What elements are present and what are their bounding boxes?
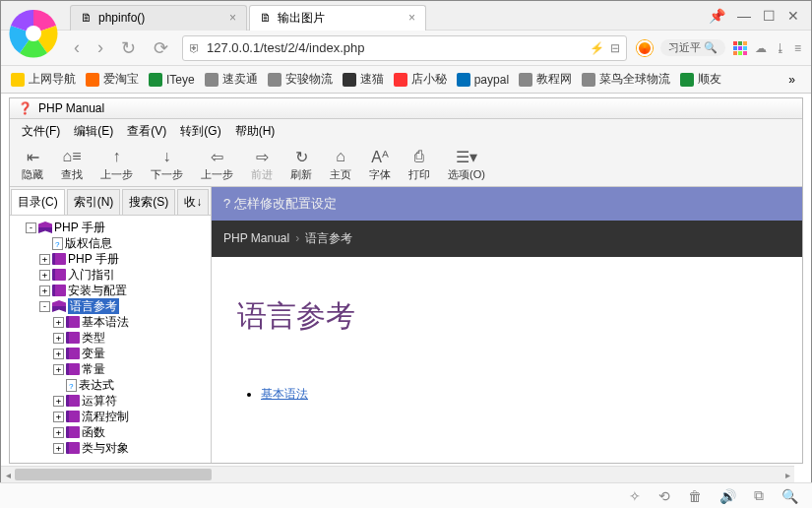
tree-item[interactable]: 表达式 — [79, 377, 114, 393]
toolbar-button[interactable]: ↓下一步 — [143, 146, 191, 184]
apps-grid-icon[interactable] — [733, 41, 747, 55]
pin-icon[interactable]: 📌 — [709, 8, 725, 24]
nav-tab[interactable]: 目录(C) — [11, 189, 65, 215]
expand-toggle[interactable]: + — [53, 349, 64, 359]
menu-item[interactable]: 文件(F) — [16, 121, 66, 142]
bookmark-favicon — [457, 73, 470, 87]
nav-tab[interactable]: 索引(N) — [67, 189, 121, 215]
bookmark-favicon — [268, 73, 281, 87]
tree-item[interactable]: 变量 — [82, 346, 105, 361]
toolbar-button[interactable]: ⇤隐藏 — [14, 146, 51, 184]
toolbar-button[interactable]: ⌂主页 — [322, 146, 359, 184]
forward-button[interactable]: › — [94, 37, 107, 58]
url-input[interactable]: ⛨ 127.0.0.1/test/2/4/index.php ⚡ ⊟ — [182, 35, 627, 61]
scroll-left-icon[interactable]: ◂ — [1, 467, 15, 482]
rocket-icon[interactable]: ✧ — [629, 488, 641, 504]
bookmark-item[interactable]: 速猫 — [343, 71, 384, 88]
toolbar-button[interactable]: ↑上一步 — [93, 146, 141, 184]
tree-root[interactable]: PHP 手册 — [54, 220, 105, 235]
menu-item[interactable]: 转到(G) — [174, 121, 226, 142]
page-icon: 🗎 — [81, 11, 93, 25]
close-window-icon[interactable]: ✕ — [787, 8, 799, 24]
tree-item[interactable]: 流程控制 — [82, 409, 129, 424]
zoom-icon[interactable]: 🔍 — [781, 488, 798, 504]
doc-link-basic-syntax[interactable]: 基本语法 — [261, 387, 308, 401]
tree-item[interactable]: 入门指引 — [68, 267, 115, 283]
trash-icon[interactable]: 🗑 — [688, 488, 702, 504]
bookmark-item[interactable]: 顺友 — [680, 71, 721, 88]
toolbar-icon: ⇦ — [211, 148, 223, 165]
bookmark-label: 菜鸟全球物流 — [599, 71, 670, 88]
back-button[interactable]: ‹ — [70, 37, 84, 58]
bookmark-item[interactable]: 安骏物流 — [268, 71, 333, 88]
nav-tab[interactable]: 收↓ — [177, 189, 209, 215]
tab-phpinfo[interactable]: 🗎 phpinfo() × — [70, 5, 247, 31]
search-suggest[interactable]: 习近平 🔍 — [660, 39, 725, 56]
tree-item[interactable]: PHP 手册 — [68, 251, 119, 267]
tree-item[interactable]: 类型 — [82, 330, 105, 346]
tree-item-selected[interactable]: 语言参考 — [68, 298, 119, 314]
reload-button[interactable]: ↻ — [117, 37, 140, 59]
expand-toggle[interactable]: + — [39, 254, 50, 265]
bookmark-item[interactable]: 速卖通 — [205, 71, 258, 88]
tree-item[interactable]: 运算符 — [82, 393, 117, 409]
expand-toggle[interactable]: + — [39, 270, 50, 281]
translate-icon[interactable]: ⊟ — [610, 41, 620, 55]
toolbar-label: 刷新 — [290, 167, 312, 182]
reader-icon[interactable]: ⧉ — [754, 487, 764, 504]
bookmark-item[interactable]: paypal — [457, 73, 509, 87]
close-icon[interactable]: × — [229, 11, 236, 25]
download-icon[interactable]: ⭳ — [775, 41, 786, 55]
close-icon[interactable]: × — [408, 11, 415, 25]
tree-item[interactable]: 函数 — [82, 424, 105, 440]
tree-item[interactable]: 安装与配置 — [68, 283, 127, 298]
compass-icon[interactable] — [637, 40, 653, 56]
expand-toggle[interactable]: + — [53, 396, 64, 407]
tree-item[interactable]: 基本语法 — [82, 314, 129, 330]
expand-toggle[interactable]: + — [53, 427, 64, 438]
expand-toggle[interactable]: + — [53, 317, 64, 328]
expand-toggle[interactable]: + — [53, 412, 64, 422]
toolbar-button[interactable]: ⎙打印 — [401, 146, 438, 184]
maximize-icon[interactable]: ☐ — [763, 8, 776, 24]
bookmark-item[interactable]: ITeye — [149, 73, 195, 87]
expand-toggle[interactable]: + — [53, 333, 64, 344]
home-button[interactable]: ⟳ — [150, 37, 172, 59]
toolbar-button[interactable]: ☰▾选项(O) — [440, 146, 493, 184]
bookmark-item[interactable]: 店小秘 — [394, 71, 447, 88]
toolbar-button[interactable]: Aᴬ字体 — [361, 146, 399, 184]
toolbar-button[interactable]: ↻刷新 — [282, 146, 320, 184]
tree-item[interactable]: 版权信息 — [65, 235, 112, 251]
menu-item[interactable]: 查看(V) — [121, 121, 172, 142]
expand-toggle[interactable]: + — [53, 364, 64, 375]
expand-toggle[interactable]: + — [39, 286, 50, 296]
bookmark-item[interactable]: 教程网 — [519, 71, 572, 88]
scroll-right-icon[interactable]: ▸ — [781, 467, 794, 482]
clean-icon[interactable]: ⟲ — [658, 488, 670, 504]
minimize-icon[interactable]: — — [737, 8, 751, 24]
chm-tree[interactable]: -PHP 手册 版权信息+PHP 手册+入门指引+安装与配置-语言参考+基本语法… — [10, 216, 211, 463]
expand-toggle[interactable]: + — [53, 443, 64, 454]
tree-item[interactable]: 类与对象 — [82, 440, 129, 456]
tab-output-image[interactable]: 🗎 输出图片 × — [249, 5, 426, 31]
help-icon: ❓ — [18, 101, 32, 115]
bookmark-item[interactable]: 爱淘宝 — [86, 71, 139, 88]
menu-item[interactable]: 帮助(H) — [229, 121, 281, 142]
cloud-icon[interactable]: ☁ — [755, 41, 767, 55]
toolbar-button[interactable]: ⇦上一步 — [193, 146, 241, 184]
bookmarks-overflow[interactable]: » — [782, 73, 801, 87]
expand-toggle[interactable]: - — [26, 222, 36, 233]
scrollbar-thumb[interactable] — [15, 469, 212, 480]
menu-item[interactable]: 编辑(E) — [68, 121, 119, 142]
horizontal-scrollbar[interactable]: ◂ ▸ — [1, 466, 794, 482]
sound-icon[interactable]: 🔊 — [719, 488, 736, 504]
expand-toggle[interactable]: - — [39, 301, 50, 312]
bookmark-item[interactable]: 上网导航 — [11, 71, 76, 88]
breadcrumb-root[interactable]: PHP Manual — [223, 231, 289, 245]
tree-item[interactable]: 常量 — [82, 361, 105, 377]
flash-icon[interactable]: ⚡ — [590, 41, 604, 55]
nav-tab[interactable]: 搜索(S) — [122, 189, 175, 215]
toolbar-button[interactable]: ⌂≡查找 — [53, 146, 91, 184]
menu-icon[interactable]: ≡ — [794, 41, 801, 55]
bookmark-item[interactable]: 菜鸟全球物流 — [582, 71, 670, 88]
